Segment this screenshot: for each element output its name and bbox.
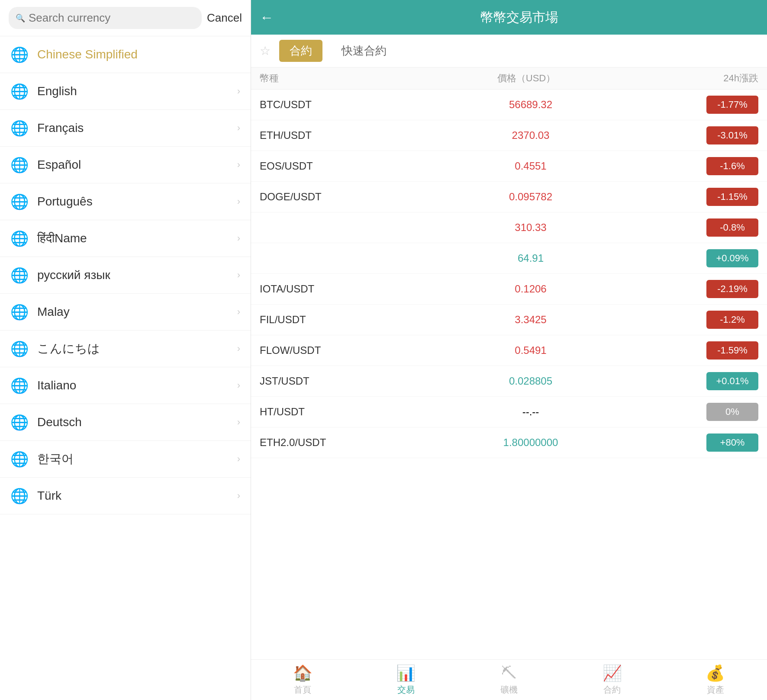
lang-item-de[interactable]: 🌐 Deutsch › [0, 404, 251, 441]
chevron-icon: › [237, 159, 240, 170]
change-badge: +0.09% [706, 249, 758, 267]
pair-label: FLOW/USDT [260, 344, 355, 356]
globe-icon: 🌐 [10, 156, 29, 173]
fast-contract-tab[interactable]: 快速合約 [331, 40, 397, 62]
chevron-icon: › [237, 490, 240, 501]
back-button[interactable]: ← [260, 10, 274, 26]
trade-icon: 📊 [396, 664, 416, 682]
change-badge: -1.2% [706, 311, 758, 329]
contract-label: 合約 [603, 684, 621, 696]
lang-name: русский язык [37, 268, 237, 282]
lang-name: Chinese Simplified [37, 48, 240, 61]
chevron-icon: › [237, 233, 240, 244]
price-value: --.-- [355, 406, 706, 418]
price-header: 價格（USD） [355, 72, 698, 85]
change-badge: -3.01% [706, 126, 758, 144]
market-row[interactable]: 310.33 -0.8% [251, 212, 767, 243]
favorites-tab[interactable]: ☆ [260, 44, 271, 58]
globe-icon: 🌐 [10, 377, 29, 394]
market-panel: ← 幣幣交易市場 ☆ 合約 快速合約 幣種 價格（USD） 24h漲跌 BTC/… [251, 0, 767, 700]
mining-label: 礦機 [500, 684, 518, 696]
market-row[interactable]: ETH/USDT 2370.03 -3.01% [251, 120, 767, 151]
nav-item-contract[interactable]: 📈 合約 [561, 664, 664, 696]
price-value: 0.095782 [355, 191, 706, 203]
price-value: 0.5491 [355, 344, 706, 356]
market-title: 幣幣交易市場 [280, 9, 758, 26]
market-row[interactable]: FLOW/USDT 0.5491 -1.59% [251, 335, 767, 366]
market-row[interactable]: FIL/USDT 3.3425 -1.2% [251, 305, 767, 335]
nav-item-trade[interactable]: 📊 交易 [354, 664, 457, 696]
change-badge: 0% [706, 403, 758, 421]
market-row[interactable]: BTC/USDT 56689.32 -1.77% [251, 90, 767, 120]
price-value: 310.33 [355, 222, 706, 234]
lang-item-it[interactable]: 🌐 Italiano › [0, 367, 251, 404]
change-badge: -1.6% [706, 157, 758, 175]
market-row[interactable]: HT/USDT --.-- 0% [251, 397, 767, 427]
lang-name: हिंदीName [37, 231, 237, 246]
lang-item-ms[interactable]: 🌐 Malay › [0, 294, 251, 331]
lang-item-ja[interactable]: 🌐 こんにちは › [0, 331, 251, 367]
globe-icon: 🌐 [10, 414, 29, 431]
lang-item-tr[interactable]: 🌐 Türk › [0, 478, 251, 514]
contract-icon: 📈 [603, 664, 622, 682]
price-value: 2370.03 [355, 129, 706, 141]
lang-item-ru[interactable]: 🌐 русский язык › [0, 257, 251, 294]
lang-name: Malay [37, 305, 237, 319]
nav-item-home[interactable]: 🏠 首頁 [251, 664, 354, 696]
contract-tab[interactable]: 合約 [279, 40, 322, 62]
chevron-icon: › [237, 270, 240, 281]
globe-icon: 🌐 [10, 230, 29, 247]
search-input-wrap[interactable]: 🔍 [9, 7, 202, 29]
chevron-icon: › [237, 417, 240, 428]
lang-name: Türk [37, 489, 237, 503]
globe-icon: 🌐 [10, 450, 29, 468]
market-rows: BTC/USDT 56689.32 -1.77% ETH/USDT 2370.0… [251, 90, 767, 659]
cancel-button[interactable]: Cancel [207, 11, 242, 25]
lang-name: 한국어 [37, 451, 237, 467]
chevron-icon: › [237, 453, 240, 465]
market-row[interactable]: ETH2.0/USDT 1.80000000 +80% [251, 427, 767, 458]
lang-name: Italiano [37, 379, 237, 392]
search-icon: 🔍 [16, 13, 25, 23]
lang-name: Português [37, 195, 237, 209]
globe-icon: 🌐 [10, 340, 29, 357]
lang-item-en[interactable]: 🌐 English › [0, 73, 251, 110]
pair-label: DOGE/USDT [260, 191, 355, 203]
change-badge: -1.59% [706, 341, 758, 360]
change-badge: +80% [706, 433, 758, 452]
pair-label: ETH/USDT [260, 129, 355, 141]
home-icon: 🏠 [293, 664, 313, 682]
price-value: 56689.32 [355, 99, 706, 111]
price-value: 0.1206 [355, 283, 706, 295]
change-header: 24h漲跌 [698, 72, 758, 85]
lang-name: English [37, 84, 237, 98]
market-row[interactable]: 64.91 +0.09% [251, 243, 767, 274]
pair-header: 幣種 [260, 72, 355, 85]
price-value: 1.80000000 [355, 437, 706, 449]
lang-item-hi[interactable]: 🌐 हिंदीName › [0, 220, 251, 257]
price-value: 3.3425 [355, 314, 706, 326]
trade-label: 交易 [397, 684, 415, 696]
globe-icon: 🌐 [10, 487, 29, 504]
lang-item-pt[interactable]: 🌐 Português › [0, 183, 251, 220]
lang-item-zh-simplified[interactable]: 🌐 Chinese Simplified [0, 36, 251, 73]
lang-item-ko[interactable]: 🌐 한국어 › [0, 441, 251, 478]
nav-item-assets[interactable]: 💰 資產 [664, 664, 767, 696]
pair-label: HT/USDT [260, 406, 355, 418]
change-badge: +0.01% [706, 372, 758, 390]
market-row[interactable]: DOGE/USDT 0.095782 -1.15% [251, 182, 767, 212]
chevron-icon: › [237, 196, 240, 207]
change-badge: -1.77% [706, 96, 758, 114]
pair-label: EOS/USDT [260, 160, 355, 172]
change-badge: -1.15% [706, 188, 758, 206]
search-input[interactable] [29, 11, 195, 25]
chevron-icon: › [237, 343, 240, 354]
market-row[interactable]: IOTA/USDT 0.1206 -2.19% [251, 274, 767, 305]
market-row[interactable]: JST/USDT 0.028805 +0.01% [251, 366, 767, 397]
nav-item-mining[interactable]: ⛏ 礦機 [458, 664, 561, 696]
lang-name: こんにちは [37, 340, 237, 357]
lang-item-es[interactable]: 🌐 Español › [0, 147, 251, 183]
search-bar: 🔍 Cancel [0, 0, 251, 36]
lang-item-fr[interactable]: 🌐 Français › [0, 110, 251, 147]
market-row[interactable]: EOS/USDT 0.4551 -1.6% [251, 151, 767, 182]
